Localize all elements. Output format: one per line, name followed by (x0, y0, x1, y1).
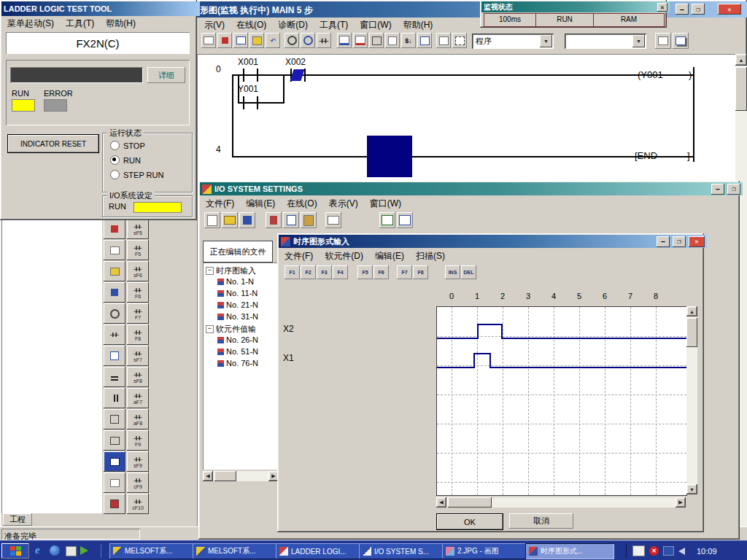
scroll-up-icon[interactable]: ▲ (735, 54, 747, 66)
write-mode-icon[interactable] (353, 33, 368, 48)
scroll-thumb[interactable] (448, 497, 492, 508)
ok-button[interactable]: OK (436, 513, 503, 530)
wave-tool-button[interactable]: F1 (285, 265, 300, 279)
tree-item[interactable]: No. 51-N (217, 347, 258, 356)
tree-item[interactable]: No. 11-N (217, 289, 258, 298)
plot-hscrollbar[interactable]: ◀ ▶ (436, 497, 686, 508)
indicator-reset-button[interactable]: INDICATOR RESET (7, 134, 99, 153)
open-icon[interactable] (222, 212, 238, 228)
ladder-tool-button[interactable] (104, 346, 125, 366)
maximize-icon[interactable]: ❐ (692, 4, 705, 15)
maximize-icon[interactable]: ❐ (727, 184, 740, 195)
menu-tools[interactable]: 工具(T) (60, 16, 100, 29)
device-table-icon[interactable] (397, 212, 413, 228)
ladder-symbol-button[interactable]: sF8 (127, 367, 149, 387)
menu-file[interactable]: 文件(F) (200, 196, 240, 210)
cut-icon[interactable] (217, 33, 232, 48)
tree-group-timing[interactable]: − 时序图输入 (206, 265, 256, 276)
maximize-icon[interactable]: ❐ (673, 236, 686, 247)
wave-tool-button[interactable]: F6 (374, 265, 389, 279)
menu-tools[interactable]: 工具(T) (314, 18, 354, 31)
tree-item[interactable]: No. 31-N (217, 312, 258, 321)
close-icon[interactable]: ✕ (657, 3, 667, 12)
timing-plot[interactable] (436, 306, 687, 496)
clock[interactable]: 10:09 (697, 547, 717, 556)
taskbar-item-io-settings[interactable]: I/O SYSTEM S... (359, 543, 448, 559)
taskbar-item-timing-chart[interactable]: 时序图形式... (525, 543, 614, 559)
ladder-tool-button-active[interactable] (104, 451, 125, 472)
close-icon[interactable]: ✕ (718, 4, 741, 15)
ladder-symbol-button[interactable]: F6 (127, 282, 149, 303)
menu-start[interactable]: 菜单起动(S) (1, 16, 60, 29)
ladder-tool-button[interactable] (104, 303, 125, 324)
new-window-icon[interactable] (655, 33, 671, 49)
menu-scan[interactable]: 扫描(S) (410, 249, 451, 262)
menu-window[interactable]: 窗口(W) (354, 18, 397, 31)
scroll-up-icon[interactable]: ▲ (686, 306, 697, 316)
cancel-button[interactable]: 取消 (509, 513, 573, 529)
msn-icon[interactable] (50, 545, 60, 556)
ladder-symbol-button[interactable]: F8 (127, 324, 149, 345)
wave-tool-button[interactable]: F3 (317, 265, 332, 279)
monitor-title-bar[interactable]: 监视状态 ✕ (481, 1, 670, 12)
ladder-tool-button[interactable] (104, 409, 125, 429)
menu-view[interactable]: 示(V) (198, 18, 231, 31)
start-button[interactable] (1, 543, 29, 559)
ladder-symbol-button[interactable]: sF7 (127, 346, 149, 366)
wave-tool-button[interactable]: F5 (357, 265, 373, 279)
scroll-thumb[interactable] (735, 67, 747, 111)
wave-tool-button[interactable]: F7 (397, 265, 412, 279)
menu-device[interactable]: 软元件(D) (319, 249, 369, 262)
tree-item[interactable]: No. 21-N (217, 300, 258, 309)
insert-button[interactable]: INS (445, 265, 460, 279)
ladder-symbol-button[interactable]: aF7 (127, 388, 149, 408)
wave-tool-button[interactable]: F4 (333, 265, 348, 279)
tree-collapse-icon[interactable]: − (206, 267, 214, 275)
step-run-icon[interactable] (385, 33, 400, 48)
search-icon[interactable] (285, 33, 299, 48)
ladder-symbol-button[interactable]: sF6 (127, 261, 149, 281)
minimize-icon[interactable]: — (676, 4, 689, 15)
new-icon[interactable] (204, 212, 220, 228)
delete-button[interactable]: DEL (461, 265, 476, 279)
chevron-down-icon[interactable]: ▼ (540, 35, 552, 47)
test-tool-title-bar[interactable]: LADDER LOGIC TEST TOOL (1, 1, 200, 16)
ladder-symbol-button[interactable]: aF8 (127, 409, 149, 429)
menu-file[interactable]: 文件(F) (279, 249, 319, 262)
taskbar-item-melsoft-2[interactable]: MELSOFT系... (193, 543, 282, 559)
radio-icon[interactable] (110, 141, 120, 150)
ladder-symbol-button[interactable]: sF5 (127, 219, 149, 239)
ladder-symbol-button[interactable]: sF9 (127, 451, 149, 472)
ladder-tool-button[interactable] (104, 388, 125, 408)
scroll-left-icon[interactable]: ◀ (203, 471, 213, 481)
tree-hscrollbar[interactable]: ◀ ▶ (203, 471, 279, 481)
ime-icon[interactable] (632, 545, 645, 556)
note-icon[interactable] (436, 33, 451, 48)
tree-group-device-value[interactable]: − 软元件值输 (206, 324, 256, 335)
secondary-combo[interactable]: ▼ (565, 34, 646, 49)
menu-diagnostics[interactable]: 诊断(D) (272, 18, 314, 31)
ladder-tool-button[interactable] (104, 324, 125, 345)
radio-run[interactable]: RUN (110, 155, 141, 165)
chevron-down-icon[interactable]: ▼ (632, 35, 645, 47)
grid-icon[interactable] (452, 33, 467, 48)
save-icon[interactable] (239, 212, 255, 228)
tree-item[interactable]: No. 26-N (217, 335, 258, 344)
taskbar-item-melsoft-1[interactable]: MELSOFT系... (109, 543, 198, 559)
ladder-tool-button[interactable] (104, 367, 125, 387)
program-combo[interactable]: 程序 ▼ (472, 34, 554, 49)
ladder-symbol-button[interactable]: F7 (127, 303, 149, 324)
timing-title-bar[interactable]: 时序图形式输入 — ❐ ✕ (279, 235, 707, 248)
close-icon[interactable]: ✕ (689, 236, 705, 247)
ladder-tool-button[interactable] (104, 472, 125, 493)
ladder-tool-button[interactable] (104, 282, 125, 303)
ladder-symbol-button[interactable]: cF10 (127, 494, 149, 514)
menu-edit[interactable]: 编辑(E) (240, 196, 281, 210)
plot-vscrollbar[interactable]: ▲ ▼ (686, 306, 697, 494)
minimize-icon[interactable]: — (657, 236, 670, 247)
scroll-right-icon[interactable]: ▶ (676, 497, 686, 508)
taskbar-item-paint[interactable]: 2.JPG - 画图 (442, 543, 531, 559)
taskbar-item-ladder-test[interactable]: LADDER LOGI... (276, 543, 365, 559)
show-desktop-icon[interactable] (66, 546, 77, 556)
io-title-bar[interactable]: I/O SYSTEM SETTINGS — ❐ (200, 182, 743, 195)
